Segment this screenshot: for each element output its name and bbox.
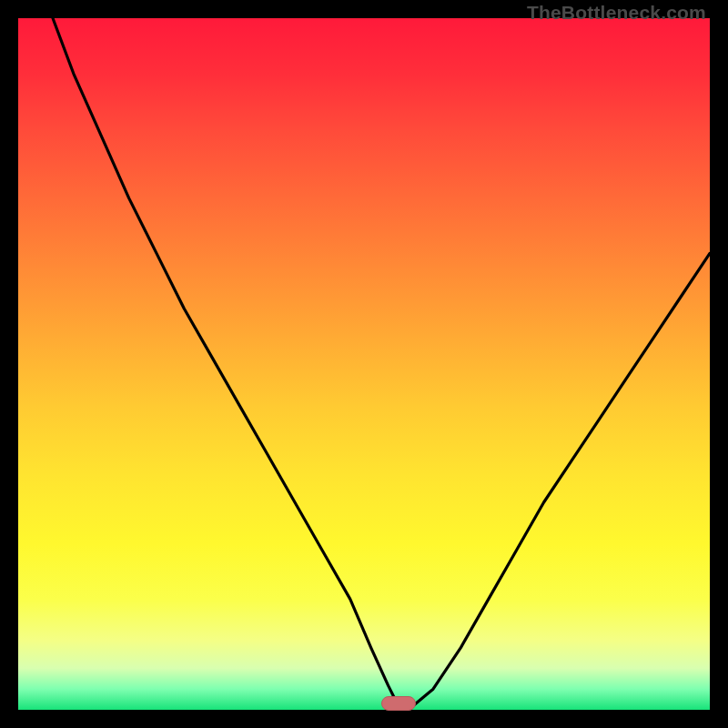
minimum-marker — [381, 696, 416, 711]
chart-frame: TheBottleneck.com — [0, 0, 728, 728]
bottleneck-curve — [18, 18, 710, 710]
plot-area — [18, 18, 710, 710]
